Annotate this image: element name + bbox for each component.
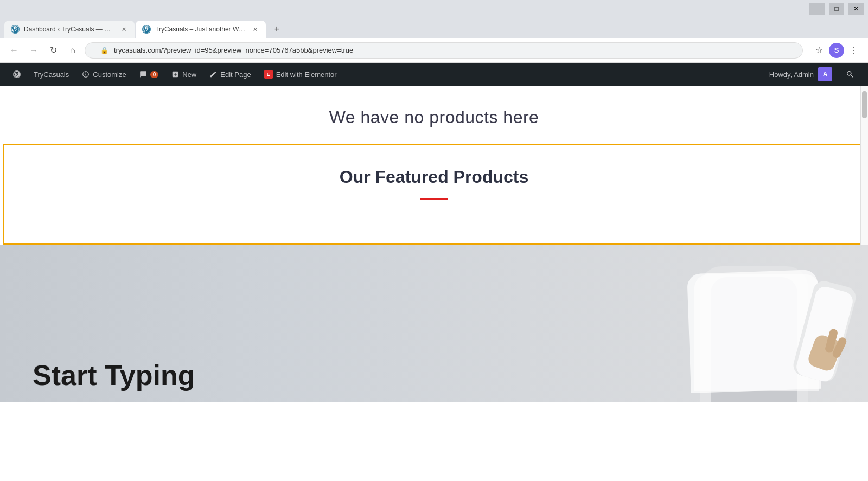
tab-close-1[interactable]: ✕ <box>119 25 128 34</box>
hero-content: Start Typing <box>0 333 227 402</box>
forward-button[interactable]: → <box>26 43 41 58</box>
close-button[interactable]: ✕ <box>848 3 864 15</box>
tab-close-2[interactable]: ✕ <box>251 25 259 34</box>
title-bar: — □ ✕ <box>0 0 868 17</box>
tab-preview[interactable]: TryCasuals – Just another WordP... ✕ <box>136 21 266 38</box>
maximize-button[interactable]: □ <box>829 3 844 15</box>
browser-avatar[interactable]: S <box>829 43 844 58</box>
wp-user-avatar: A <box>818 67 832 81</box>
tab-title-2: TryCasuals – Just another WordP... <box>155 25 246 33</box>
hero-person-area <box>542 245 868 402</box>
wp-comments[interactable]: 0 <box>133 63 165 86</box>
hero-start-typing: Start Typing <box>33 360 195 391</box>
home-button[interactable]: ⌂ <box>65 43 80 58</box>
wp-new[interactable]: New <box>165 63 203 86</box>
new-tab-button[interactable]: + <box>269 22 284 37</box>
featured-products-box: Our Featured Products <box>3 144 865 245</box>
no-products-section: We have no products here <box>0 86 868 144</box>
wp-search-button[interactable] <box>839 63 861 86</box>
address-bar: ← → ↻ ⌂ 🔒 trycasuals.com/?preview_id=95&… <box>0 38 868 63</box>
lock-icon: 🔒 <box>100 47 108 54</box>
reload-button[interactable]: ↻ <box>46 43 61 58</box>
wp-site-name[interactable]: TryCasuals <box>27 63 75 86</box>
wp-admin-right: Howdy, Admin A <box>763 63 861 86</box>
featured-products-title: Our Featured Products <box>15 167 853 187</box>
wp-howdy[interactable]: Howdy, Admin A <box>763 63 839 86</box>
bookmark-button[interactable]: ☆ <box>812 43 827 58</box>
featured-divider <box>420 198 448 200</box>
wp-edit-elementor[interactable]: E Edit with Elementor <box>258 63 343 86</box>
elementor-icon: E <box>264 70 273 79</box>
title-bar-controls: — □ ✕ <box>809 3 864 15</box>
wp-edit-page[interactable]: Edit Page <box>203 63 257 86</box>
person-figure <box>684 245 846 402</box>
nav-right-controls: ☆ S ⋮ <box>812 43 861 58</box>
address-input[interactable]: 🔒 trycasuals.com/?preview_id=95&preview_… <box>85 42 803 59</box>
tab-favicon-2 <box>142 25 151 34</box>
tab-bar: Dashboard ‹ TryCasuals — Word... ✕ TryCa… <box>0 17 868 38</box>
page-content: We have no products here Our Featured Pr… <box>0 86 868 402</box>
address-text: trycasuals.com/?preview_id=95&preview_no… <box>114 46 353 54</box>
wp-logo-item[interactable] <box>7 63 27 86</box>
wp-admin-bar: TryCasuals Customize 0 New Edit Page E E… <box>0 63 868 86</box>
back-button[interactable]: ← <box>7 43 22 58</box>
no-products-title: We have no products here <box>11 107 857 127</box>
tab-title-1: Dashboard ‹ TryCasuals — Word... <box>24 25 115 33</box>
page-content-wrapper: We have no products here Our Featured Pr… <box>0 86 868 402</box>
minimize-button[interactable]: — <box>809 3 825 15</box>
scrollbar-thumb[interactable] <box>862 91 867 118</box>
tab-dashboard[interactable]: Dashboard ‹ TryCasuals — Word... ✕ <box>4 21 135 38</box>
browser-menu-button[interactable]: ⋮ <box>846 43 861 58</box>
wp-customize[interactable]: Customize <box>75 63 132 86</box>
hero-section: Start Typing <box>0 245 868 402</box>
comments-badge: 0 <box>150 71 159 78</box>
tab-favicon-1 <box>11 25 20 34</box>
